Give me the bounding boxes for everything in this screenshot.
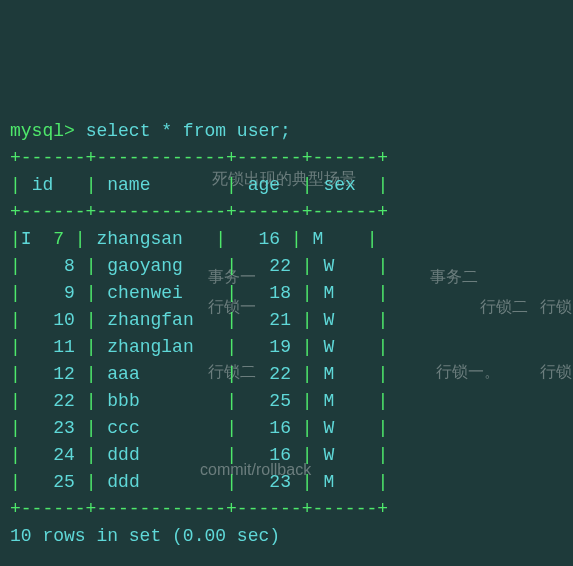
cell-sex: M <box>323 391 366 411</box>
cell-age: 18 <box>248 283 291 303</box>
col-header-name: name <box>107 175 150 195</box>
cell-name: ddd <box>107 445 215 465</box>
cell-age: 22 <box>248 256 291 276</box>
cell-age: 23 <box>248 472 291 492</box>
cell-name: zhangsan <box>96 229 204 249</box>
cell-age: 25 <box>248 391 291 411</box>
cell-sex: W <box>323 418 366 438</box>
cell-sex: W <box>323 256 366 276</box>
cell-name: gaoyang <box>107 256 215 276</box>
cell-sex: M <box>323 283 366 303</box>
cell-name: aaa <box>107 364 215 384</box>
cell-id: 22 <box>32 391 75 411</box>
cell-name: ddd <box>107 472 215 492</box>
cell-id: 9 <box>32 283 75 303</box>
mysql-prompt: mysql> <box>10 121 75 141</box>
cell-age: 22 <box>248 364 291 384</box>
cell-sex: M <box>323 364 366 384</box>
cell-name: ccc <box>107 418 215 438</box>
cell-age: 16 <box>237 229 280 249</box>
table-border-top: +------+------------+------+------+ <box>10 148 388 168</box>
sql-command: select * from user; <box>86 121 291 141</box>
cell-sex: M <box>323 472 366 492</box>
cell-sex: W <box>323 310 366 330</box>
terminal-output: mysql> select * from user; +------+-----… <box>10 118 563 550</box>
cell-sex: W <box>323 337 366 357</box>
cell-id: 23 <box>32 418 75 438</box>
cell-id: 11 <box>32 337 75 357</box>
col-header-age: age <box>248 175 280 195</box>
cell-id: 25 <box>32 472 75 492</box>
cell-age: 21 <box>248 310 291 330</box>
col-header-sex: sex <box>323 175 355 195</box>
cell-id: 10 <box>32 310 75 330</box>
cell-name: zhangfan <box>107 310 215 330</box>
cell-name: chenwei <box>107 283 215 303</box>
cell-name: zhanglan <box>107 337 215 357</box>
cell-id: 8 <box>32 256 75 276</box>
cell-id: 24 <box>32 445 75 465</box>
cell-age: 16 <box>248 418 291 438</box>
result-footer: 10 rows in set (0.00 sec) <box>10 526 280 546</box>
table-border-mid: +------+------------+------+------+ <box>10 202 388 222</box>
col-header-id: id <box>32 175 54 195</box>
cell-age: 16 <box>248 445 291 465</box>
cell-name: bbb <box>107 391 215 411</box>
cell-id: 12 <box>32 364 75 384</box>
table-border-bottom: +------+------------+------+------+ <box>10 499 388 519</box>
cell-sex: M <box>313 229 356 249</box>
cell-age: 19 <box>248 337 291 357</box>
cell-sex: W <box>323 445 366 465</box>
